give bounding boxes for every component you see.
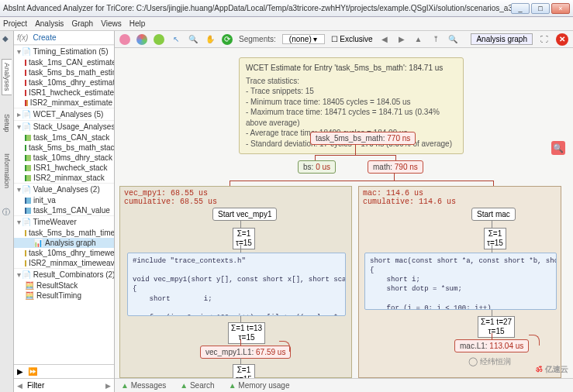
exclusive-checkbox[interactable]: ☐ Exclusive <box>331 35 373 43</box>
node-root[interactable]: task_5ms_bs_math: 770 ns <box>310 132 416 145</box>
fx-label: f(x) <box>17 33 28 42</box>
tree-group-timeweaver[interactable]: ▾📄 TimeWeaver <box>14 215 114 228</box>
node-sigma-1[interactable]: Σ=1τ=15 <box>233 228 255 249</box>
play-all-icon[interactable]: ⏩ <box>28 367 37 376</box>
expand-icon[interactable]: ⛶ <box>539 34 550 45</box>
node-math[interactable]: math: 790 ns <box>368 160 423 174</box>
node-mac-l1[interactable]: mac.L1: 113.04 us <box>454 339 529 352</box>
refresh-icon[interactable]: ⟳ <box>222 34 233 45</box>
tree-item[interactable]: ISR1_hwcheck_stack <box>14 163 114 173</box>
menu-bar: Project Analysis Graph Views Help <box>0 17 573 31</box>
tree-item-selected[interactable]: 📊 Analysis graph <box>14 238 114 248</box>
zone-mac-label2: cumulative: 114.6 us <box>363 198 456 206</box>
filter-expand-icon[interactable]: ▶ <box>105 382 111 390</box>
nav-fwd-icon[interactable]: ▶ <box>396 34 407 45</box>
pointer-icon[interactable]: ↖ <box>171 34 181 45</box>
zone-vec-label: vec_mpy1: 68.55 us <box>124 189 208 198</box>
status-messages[interactable]: Messages <box>131 381 167 390</box>
tree-item[interactable]: task_10ms_dhry_timewea <box>14 248 114 258</box>
tree-group-result[interactable]: ▾📄 Result_Combinators (2) <box>14 268 114 280</box>
side-tab-analyses[interactable]: Analyses <box>2 59 12 95</box>
graph-toolbar: ↖ 🔍 ✋ ⟳ Segments: (none) ▾ ☐ Exclusive ◀… <box>115 31 573 48</box>
code-mac: short mac(const short *a, const short *b… <box>364 253 557 310</box>
node-sigma-mac2[interactable]: Σ=1 t=27τ=15 <box>478 316 515 338</box>
nav-up-icon[interactable]: ▲ <box>413 34 424 45</box>
menu-graph[interactable]: Graph <box>71 19 93 28</box>
analyses-tree-panel: f(x) Create ▾📄 Timing_Estimation (5) tas… <box>14 31 115 392</box>
info-icon[interactable]: ⓘ <box>2 207 12 216</box>
filter-label: Filter <box>27 381 44 390</box>
tree-item[interactable]: task_1ms_CAN_stack <box>14 132 114 143</box>
node-sigma-mac1[interactable]: Σ=1τ=15 <box>484 228 506 249</box>
tree-group-timing[interactable]: ▾📄 Timing_Estimation (5) <box>14 45 114 57</box>
window-title: AbsInt Advanced Analyzer for TriCore: C:… <box>3 4 511 12</box>
tree-item[interactable]: 🧮 ResultStack <box>14 280 114 291</box>
graph-canvas[interactable]: WCET Estimate for Entry 'task_5ms_bs_mat… <box>115 48 573 378</box>
nav-top-icon[interactable]: ⤒ <box>430 34 441 45</box>
create-link[interactable]: Create <box>33 33 56 42</box>
tree-item[interactable]: ISR2_minmax_estimate <box>14 98 114 108</box>
messages-icon[interactable]: ▲ <box>121 381 129 390</box>
menu-project[interactable]: Project <box>3 19 27 28</box>
node-sigma-3[interactable]: Σ=1τ=15 <box>233 364 255 378</box>
search-expand-icon[interactable]: ▲ <box>180 381 188 390</box>
node-vec-l1[interactable]: vec_mpy1.L1: 67.59 us <box>200 346 291 359</box>
node-start-vec[interactable]: Start vec_mpy1 <box>212 208 277 221</box>
segments-dropdown[interactable]: (none) ▾ <box>282 34 325 44</box>
window-maximize-button[interactable]: □ <box>531 3 550 14</box>
zone-vec-label2: cumulative: 68.55 us <box>124 198 217 206</box>
filter-collapse-icon[interactable]: ◀ <box>17 382 22 390</box>
watermark-1: ◯ 经纬恒润 <box>468 356 511 367</box>
tree-item[interactable]: init_va <box>14 195 114 205</box>
tool-icon-2[interactable] <box>154 34 164 45</box>
memory-expand-icon[interactable]: ▲ <box>229 381 236 390</box>
tree-item[interactable]: task_1ms_CAN_value <box>14 205 114 215</box>
side-tab-strip: ◆ Analyses Setup Information ⓘ <box>0 31 14 392</box>
search-icon[interactable]: 🔍 <box>447 34 458 45</box>
node-start-mac[interactable]: Start mac <box>471 208 516 221</box>
zone-mac-label: mac: 114.6 us <box>363 189 423 198</box>
tree-item[interactable]: task_10ms_dhry_estimate <box>14 77 114 88</box>
tree-item[interactable]: task_5ms_bs_math_stack <box>14 143 114 153</box>
tree-item[interactable]: task_1ms_CAN_estimate <box>14 57 114 67</box>
zoom-tool-icon[interactable]: 🔍 <box>551 141 565 155</box>
node-sigma-2[interactable]: Σ=1 t=13τ=15 <box>228 322 265 344</box>
tree-group-value[interactable]: ▾📄 Value_Analyses (2) <box>14 183 114 195</box>
window-minimize-button[interactable]: _ <box>511 3 530 14</box>
code-vec-mpy1: #include "trace_contexts.h" void vec_mpy… <box>127 253 346 316</box>
segments-label: Segments: <box>239 35 276 43</box>
app-icon: ◆ <box>2 34 12 43</box>
tree-item[interactable]: 🧮 ResultTiming <box>14 291 114 301</box>
tree-group-stack[interactable]: ▾📄 Stack_Usage_Analyses (5) <box>14 120 114 132</box>
node-bs[interactable]: bs: 0 us <box>298 160 336 174</box>
tree-item[interactable]: ISR2_minmax_timeweave <box>14 258 114 268</box>
analyses-tree[interactable]: ▾📄 Timing_Estimation (5) task_1ms_CAN_es… <box>14 45 114 364</box>
zoom-icon[interactable]: 🔍 <box>188 34 198 45</box>
status-memory[interactable]: Memory usage <box>238 381 289 390</box>
tool-icon-1[interactable] <box>119 34 130 45</box>
side-tab-information[interactable]: Information <box>2 150 12 191</box>
close-panel-button[interactable]: ✕ <box>556 33 568 46</box>
status-bar: ▲ Messages ▲ Search ▲ Memory usage <box>115 378 573 392</box>
pie-icon[interactable] <box>136 34 147 45</box>
nav-back-icon[interactable]: ◀ <box>379 34 390 45</box>
menu-help[interactable]: Help <box>129 19 146 28</box>
tree-item[interactable]: task_5ms_bs_math_timewe <box>14 228 114 238</box>
tree-group-wcet[interactable]: ▸📄 WCET_Analyses (5) <box>14 108 114 120</box>
tree-item[interactable]: task_5ms_bs_math_estim <box>14 67 114 77</box>
play-icon[interactable]: ▶ <box>17 367 23 376</box>
status-search[interactable]: Search <box>190 381 215 390</box>
tree-item[interactable]: ISR1_hwcheck_estimate <box>14 88 114 98</box>
tree-item[interactable]: ISR2_minmax_stack <box>14 173 114 183</box>
hand-icon[interactable]: ✋ <box>205 34 216 45</box>
tab-analysis-graph[interactable]: Analysis graph <box>471 33 533 45</box>
menu-views[interactable]: Views <box>101 19 122 28</box>
menu-analysis[interactable]: Analysis <box>35 19 64 28</box>
side-tab-setup[interactable]: Setup <box>2 111 12 136</box>
tree-item[interactable]: task_10ms_dhry_stack <box>14 153 114 163</box>
window-titlebar: AbsInt Advanced Analyzer for TriCore: C:… <box>0 0 573 17</box>
window-close-button[interactable]: × <box>551 3 570 14</box>
